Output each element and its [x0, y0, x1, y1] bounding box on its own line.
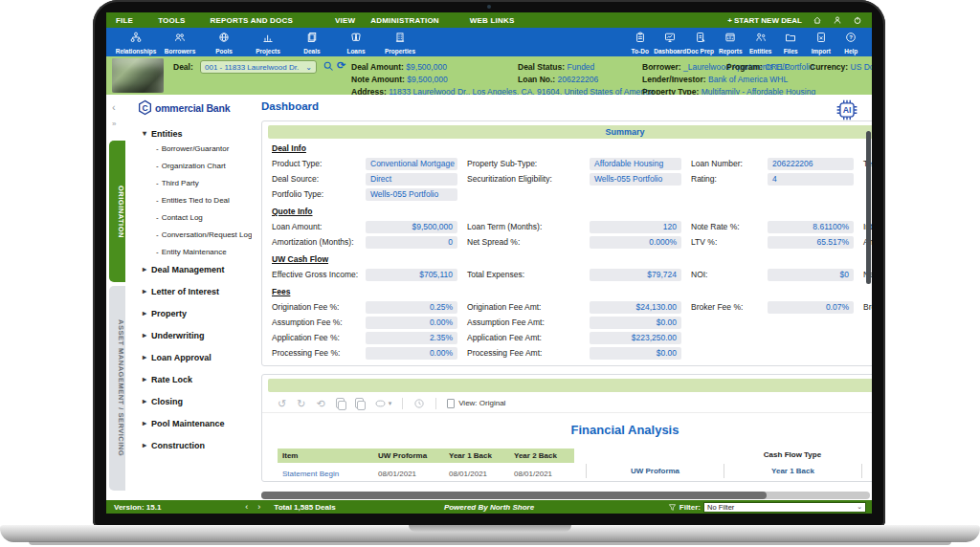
- menu-view[interactable]: VIEW: [335, 16, 355, 25]
- file-x-icon: [815, 30, 827, 47]
- menu-web-links[interactable]: WEB LINKS: [470, 16, 515, 25]
- home-icon[interactable]: [813, 15, 822, 25]
- currency-field: Currency: US Dollar: [810, 62, 872, 72]
- sidebar-item-loan-approval[interactable]: ▸Loan Approval: [143, 353, 252, 362]
- app-screen: FILE TOOLS REPORTS AND DOCS VIEW ADMINIS…: [106, 12, 872, 514]
- caret-right-icon: ▸: [143, 375, 146, 384]
- assumption-fee-pct-field: 0.00%: [366, 317, 457, 329]
- menu-administration[interactable]: ADMINISTRATION: [370, 16, 439, 25]
- caret-right-icon: ▸: [143, 397, 146, 406]
- toolbar-files[interactable]: Files: [776, 30, 807, 56]
- history-clock-icon[interactable]: [413, 398, 425, 409]
- sidebar-item-entities[interactable]: ▾ Entities: [143, 129, 252, 139]
- sidebar-item-closing[interactable]: ▸Closing: [143, 397, 252, 406]
- tab-asset-management-servicing[interactable]: ASSET MANAGEMENT / SERVICING: [109, 286, 125, 491]
- menu-tools[interactable]: TOOLS: [158, 16, 185, 25]
- sidebar-item-organization-chart[interactable]: -Organization Chart: [156, 162, 252, 170]
- vertical-scrollbar[interactable]: [866, 131, 871, 284]
- search-icon[interactable]: [323, 60, 335, 73]
- sidebar-item-letter-of-interest[interactable]: ▸Letter of Interest: [143, 287, 252, 296]
- uw-cash-flow-section: UW Cash Flow Effective Gross Income:$705…: [262, 254, 872, 282]
- filter-select[interactable]: No Filter ⌄: [703, 502, 866, 513]
- sidebar-item-construction[interactable]: ▸Construction: [143, 441, 252, 450]
- deal-summary-bar: Deal: 001 - 11833 Laurelwood Dr. ⌄ ⟳ Dea…: [106, 56, 872, 95]
- redo-icon[interactable]: ↻: [297, 395, 305, 412]
- folder-icon: [785, 30, 796, 47]
- collapse-sidebar-icon[interactable]: ‹: [112, 102, 116, 112]
- sidebar-item-entity-maintenance[interactable]: -Entity Maintenance: [156, 248, 252, 256]
- toolbar-loans[interactable]: Loans: [334, 30, 378, 56]
- table-row: Effective Gross Income:$705,110 Total Ex…: [262, 267, 872, 282]
- toolbar-projects[interactable]: Projects: [246, 30, 290, 56]
- total-deals-label: Total 1,585 Deals: [274, 503, 335, 512]
- menu-reports-and-docs[interactable]: REPORTS AND DOCS: [211, 16, 293, 25]
- financial-left-table: Item UW Proforma Year 1 Back Year 2 Back…: [278, 449, 574, 481]
- toolbar-pools[interactable]: Pools: [202, 30, 246, 56]
- program-field: Program: CRE/Portfolio: [726, 62, 814, 72]
- toolbar-todo[interactable]: To-Do: [625, 30, 656, 56]
- toolbar-dashboard[interactable]: Dashboard: [656, 30, 686, 56]
- caret-right-icon: ▸: [143, 419, 146, 428]
- loan-term-field: 120: [590, 221, 681, 233]
- question-circle-icon: ?: [845, 30, 857, 47]
- sidebar-item-underwriting[interactable]: ▸Underwriting: [143, 331, 252, 340]
- sidebar-item-conversation-request-log[interactable]: -Conversation/Request Log: [156, 230, 252, 239]
- toolbar-import[interactable]: Import: [806, 30, 836, 56]
- sidebar-item-third-party[interactable]: -Third Party: [156, 179, 252, 187]
- sidebar-item-borrower-guarantor[interactable]: -Borrower/Guarantor: [156, 144, 252, 153]
- view-mode-button[interactable]: View: Original: [447, 399, 505, 408]
- deal-dropdown[interactable]: 001 - 11833 Laurelwood Dr. ⌄: [200, 60, 317, 74]
- user-icon[interactable]: [833, 15, 842, 25]
- sidebar-item-rate-lock[interactable]: ▸Rate Lock: [143, 375, 252, 384]
- horizontal-scrollbar[interactable]: [261, 492, 767, 499]
- broker-fee-pct-field: 0.07%: [768, 301, 854, 314]
- export-icon[interactable]: [336, 398, 345, 408]
- laptop-bezel: FILE TOOLS REPORTS AND DOCS VIEW ADMINIS…: [93, 0, 885, 527]
- undo-icon[interactable]: ↺: [278, 395, 286, 412]
- toolbar-reports[interactable]: Reports: [716, 30, 746, 56]
- laptop-base-edge: [29, 541, 951, 545]
- menu-right-group: + START NEW DEAL: [727, 15, 862, 25]
- sidebar-item-property[interactable]: ▸Property: [143, 309, 252, 318]
- product-type-field: Conventional Mortgage: [366, 158, 457, 170]
- start-new-deal-button[interactable]: + START NEW DEAL: [727, 16, 802, 25]
- origination-fee-pct-field: 0.25%: [366, 301, 457, 314]
- entities-people-icon: [755, 30, 767, 47]
- refresh-icon[interactable]: ⟳: [337, 59, 349, 72]
- expand-sidebar-icon[interactable]: »: [112, 120, 116, 129]
- table-row[interactable]: Statement Begin 08/01/2021 08/01/2021 08…: [278, 467, 574, 481]
- toolbar-deals[interactable]: Deals: [290, 30, 334, 56]
- next-deal-icon[interactable]: ›: [257, 502, 260, 512]
- sidebar-item-contact-log[interactable]: -Contact Log: [156, 213, 252, 222]
- sidebar-item-deal-management[interactable]: ▸Deal Management: [143, 265, 252, 274]
- previous-deal-icon[interactable]: ‹: [245, 502, 248, 512]
- horizontal-scrollbar-track: [261, 492, 870, 499]
- report-chart-icon: [724, 30, 736, 47]
- column-header: Year 2 Back: [861, 464, 872, 478]
- menu-file[interactable]: FILE: [116, 16, 133, 25]
- toolbar-entities[interactable]: Entities: [746, 30, 776, 56]
- clipboard-icon: [635, 30, 646, 47]
- loan-amount-field: $9,500,000: [366, 221, 457, 233]
- toolbar-relationships[interactable]: Relationships: [114, 30, 158, 56]
- ai-assistant-icon[interactable]: AI: [835, 98, 858, 125]
- brand-name: ommercial Bank: [155, 102, 230, 114]
- sidebar-item-entities-tied-to-deal[interactable]: -Entities Tied to Deal: [156, 196, 252, 205]
- table-header-row: Item UW Proforma Year 1 Back Year 2 Back: [278, 449, 574, 463]
- summary-header: Summary: [268, 125, 872, 139]
- copy-icon[interactable]: [355, 398, 364, 408]
- sidebar-item-pool-maintenance[interactable]: ▸Pool Maintenance: [143, 419, 252, 428]
- restore-icon[interactable]: ⟲: [316, 395, 324, 412]
- amortization-field: 0: [366, 236, 457, 249]
- toolbar-doc-prep[interactable]: Doc Prep: [685, 30, 716, 56]
- toolbar-borrowers[interactable]: Borrowers: [158, 30, 202, 56]
- power-icon[interactable]: [853, 15, 862, 25]
- document-icon: [447, 399, 455, 408]
- stamp-tool-dropdown[interactable]: ▾: [374, 399, 392, 408]
- toolbar-properties[interactable]: Properties: [378, 30, 422, 56]
- tab-origination[interactable]: ORIGINATION: [109, 141, 125, 282]
- people-icon: [174, 30, 186, 47]
- globe-icon: [218, 30, 230, 47]
- ltv-field: 65.517%: [768, 236, 854, 249]
- toolbar-help[interactable]: ? Help: [836, 30, 867, 56]
